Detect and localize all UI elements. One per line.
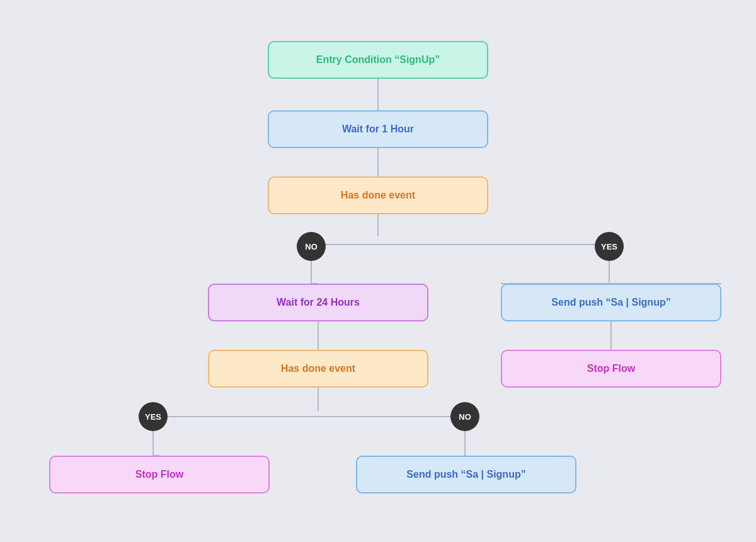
stop-flow-2-label: Stop Flow [135,469,183,480]
send-push-1-label: Send push “Sa | Signup” [551,297,670,308]
yes-badge-1: YES [595,232,624,261]
no-badge-1: NO [297,232,326,261]
send-push-2-node[interactable]: Send push “Sa | Signup” [356,456,576,493]
wait-24-hours-label: Wait for 24 Hours [277,297,360,308]
entry-condition-node[interactable]: Entry Condition “SignUp” [268,41,488,79]
wait-24-hours-node[interactable]: Wait for 24 Hours [208,284,428,321]
entry-condition-label: Entry Condition “SignUp” [316,54,440,66]
wait-1-hour-label: Wait for 1 Hour [342,124,414,135]
send-push-1-node[interactable]: Send push “Sa | Signup” [501,284,721,321]
has-done-event-1-node[interactable]: Has done event [268,176,488,214]
send-push-2-label: Send push “Sa | Signup” [406,469,525,480]
has-done-event-1-label: Has done event [341,190,415,201]
has-done-event-2-label: Has done event [281,363,355,374]
stop-flow-1-node[interactable]: Stop Flow [501,350,721,388]
stop-flow-2-node[interactable]: Stop Flow [49,456,270,493]
stop-flow-1-label: Stop Flow [587,363,635,374]
yes-badge-2: YES [139,402,168,431]
wait-1-hour-node[interactable]: Wait for 1 Hour [268,110,488,148]
no-badge-2: NO [450,402,479,431]
has-done-event-2-node[interactable]: Has done event [208,350,428,388]
